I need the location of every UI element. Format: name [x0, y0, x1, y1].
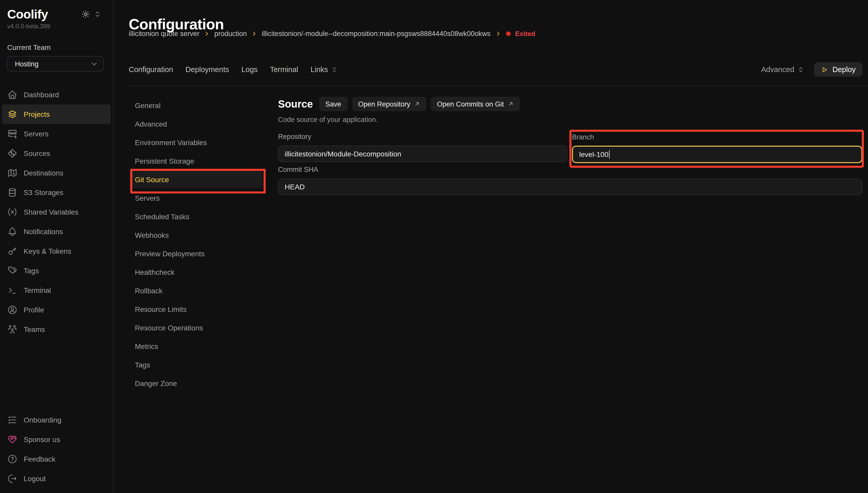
variables-icon [7, 207, 18, 217]
sidebar-item-label: Logout [24, 474, 46, 483]
selector-icon [331, 66, 338, 73]
source-heading: Source [278, 98, 313, 110]
sidebar-item-destinations[interactable]: Destinations [2, 163, 111, 183]
text-cursor [609, 150, 610, 158]
sidebar-item-label: Terminal [24, 286, 51, 294]
config-nav-item-resource-limits[interactable]: Resource Limits [130, 301, 262, 318]
config-nav-item-danger-zone[interactable]: Danger Zone [130, 374, 262, 392]
sidebar-item-servers[interactable]: Servers [2, 124, 111, 144]
sidebar-item-label: Dashboard [24, 90, 59, 99]
sidebar-item-profile[interactable]: Profile [2, 300, 111, 320]
commit-sha-label: Commit SHA [278, 166, 862, 174]
config-nav-item-preview-deployments[interactable]: Preview Deployments [130, 245, 262, 262]
configuration-nav: GeneralAdvancedEnvironment VariablesPers… [130, 97, 262, 393]
config-nav-item-persistent-storage[interactable]: Persistent Storage [130, 152, 262, 169]
repository-field: Repository illicitestonion/Module-Decomp… [278, 133, 567, 162]
sidebar-item-dashboard[interactable]: Dashboard [2, 85, 111, 105]
breadcrumb-segment[interactable]: production [214, 30, 247, 38]
breadcrumb: illicitonion quote serverproductionillic… [129, 30, 535, 38]
sidebar-item-logout[interactable]: Logout [2, 469, 111, 488]
sidebar-item-feedback[interactable]: Feedback [2, 449, 111, 469]
sun-icon [81, 9, 91, 19]
branch-input[interactable]: level-100 [572, 146, 862, 163]
sidebar-item-terminal[interactable]: Terminal [2, 280, 111, 300]
source-description: Code source of your application. [278, 116, 862, 124]
sidebar-item-label: Profile [24, 306, 44, 314]
layers-icon [7, 109, 18, 120]
source-header-row: Source Save Open Repository Open Commits… [278, 97, 862, 111]
sidebar-item-label: Notifications [24, 228, 63, 236]
bell-icon [7, 227, 18, 237]
config-nav-item-resource-operations[interactable]: Resource Operations [130, 319, 262, 336]
chevron-down-icon [90, 60, 98, 68]
open-repository-label: Open Repository [358, 100, 410, 108]
config-nav-item-webhooks[interactable]: Webhooks [130, 227, 262, 243]
sidebar-item-projects[interactable]: Projects [2, 105, 111, 124]
config-nav-item-scheduled-tasks[interactable]: Scheduled Tasks [130, 208, 262, 225]
status-dot [506, 31, 510, 36]
sidebar-item-shared-variables[interactable]: Shared Variables [2, 202, 111, 222]
theme-toggle-sun-icon[interactable] [81, 9, 91, 19]
tab-divider [128, 85, 868, 86]
repository-value: illicitestonion/Module-Decomposition [285, 150, 401, 158]
sidebar-item-teams[interactable]: Teams [2, 320, 111, 339]
home-icon [7, 89, 18, 100]
advanced-dropdown[interactable]: Advanced [761, 65, 805, 73]
sidebar-item-s3-storages[interactable]: S3 Storages [2, 183, 111, 202]
arrow-up-right-icon [414, 101, 420, 107]
sidebar-item-label: Servers [24, 130, 48, 138]
sidebar-item-tags[interactable]: Tags [2, 261, 111, 280]
config-nav-item-git-source[interactable]: Git Source [130, 171, 262, 188]
deploy-button[interactable]: Deploy [814, 62, 862, 77]
open-commits-label: Open Commits on Git [437, 100, 504, 108]
open-repository-button[interactable]: Open Repository [352, 97, 426, 111]
advanced-label: Advanced [761, 65, 795, 73]
team-selector[interactable]: Hosting [7, 56, 104, 71]
tab-label: Links [311, 65, 328, 73]
tab-terminal[interactable]: Terminal [270, 65, 298, 73]
terminal-icon [7, 285, 18, 295]
sidebar-item-keys-tokens[interactable]: Keys & Tokens [2, 241, 111, 261]
config-nav-item-general[interactable]: General [130, 97, 262, 114]
save-label: Save [325, 100, 341, 108]
main-content: Configuration illicitonion quote serverp… [114, 0, 868, 493]
sidebar-item-label: Tags [24, 266, 39, 275]
tab-label: Terminal [270, 65, 298, 73]
tab-logs[interactable]: Logs [241, 65, 258, 73]
sidebar-item-sources[interactable]: Sources [2, 144, 111, 163]
app-version: v4.0.0-beta.399 [0, 22, 113, 30]
sidebar-item-onboarding[interactable]: Onboarding [2, 410, 111, 430]
sidebar-selector-icon[interactable] [93, 10, 102, 19]
deploy-label: Deploy [832, 65, 856, 73]
tab-deployments[interactable]: Deployments [186, 65, 229, 73]
tab-label: Deployments [186, 65, 229, 73]
repository-input[interactable]: illicitestonion/Module-Decomposition [278, 146, 567, 162]
branch-field: Branch level-100 [572, 133, 862, 163]
status-badge: Exited [515, 30, 535, 38]
sidebar-item-label: Destinations [24, 169, 63, 177]
open-commits-button[interactable]: Open Commits on Git [431, 97, 520, 111]
config-nav-item-rollback[interactable]: Rollback [130, 282, 262, 299]
selector-icon [797, 66, 805, 73]
breadcrumb-segment[interactable]: illicitonion quote server [129, 30, 199, 38]
config-nav-item-tags[interactable]: Tags [130, 356, 262, 373]
tab-configuration[interactable]: Configuration [129, 65, 173, 73]
sidebar-item-label: Keys & Tokens [24, 247, 71, 255]
chevron-right-icon [204, 30, 210, 37]
save-button[interactable]: Save [319, 97, 347, 111]
chevron-right-icon [494, 30, 501, 37]
config-nav-item-advanced[interactable]: Advanced [130, 115, 262, 132]
chevron-down-icon [90, 60, 98, 68]
map-icon [7, 168, 18, 178]
config-nav-item-metrics[interactable]: Metrics [130, 338, 262, 355]
app-logo[interactable]: Coolify [7, 7, 106, 22]
sidebar-item-sponsor-us[interactable]: Sponsor us [2, 430, 111, 449]
sidebar-item-notifications[interactable]: Notifications [2, 222, 111, 241]
tab-links[interactable]: Links [311, 65, 338, 73]
config-nav-item-environment-variables[interactable]: Environment Variables [130, 134, 262, 151]
current-team-label: Current Team [7, 43, 106, 51]
breadcrumb-segment[interactable]: illicitestonion/-module--decomposition:m… [262, 30, 490, 38]
commit-sha-input[interactable]: HEAD [278, 178, 862, 195]
config-nav-item-healthcheck[interactable]: Healthcheck [130, 263, 262, 280]
config-nav-item-servers[interactable]: Servers [130, 189, 262, 206]
